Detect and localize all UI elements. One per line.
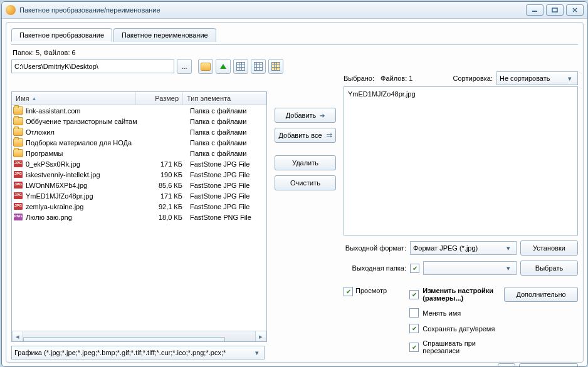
jpg-icon [14, 182, 23, 189]
close-button[interactable] [566, 4, 584, 16]
file-list[interactable]: Имя▲ Размер Тип элемента link-assistant.… [11, 91, 267, 342]
sort-value: Не сортировать [500, 75, 550, 82]
keepdate-label: Сохранять дату/время [423, 325, 495, 333]
table-row[interactable]: Подборка материалов для НОДаПапка с файл… [12, 137, 266, 148]
jpg-icon [14, 203, 23, 210]
png-icon [14, 214, 23, 220]
col-name[interactable]: Имя▲ [12, 92, 136, 105]
keepdate-checkbox[interactable]: ✔ [409, 324, 419, 333]
output-folder-combo[interactable]: ▾ [423, 261, 517, 275]
double-arrow-right-icon: ⮆ [326, 132, 332, 139]
file-name: Люлю заю.png [23, 214, 144, 221]
list-icon [254, 62, 263, 71]
file-name: YmED1MJfZo48pr.jpg [23, 192, 144, 200]
table-row[interactable]: ОтложилПапка с файлами [12, 127, 266, 137]
output-format-combo[interactable]: Формат JPEG (*.jpg) ▾ [410, 241, 517, 255]
start-button[interactable]: Старт [519, 363, 578, 367]
sort-asc-icon: ▲ [31, 96, 36, 101]
ask-checkbox[interactable]: ✔ [409, 343, 419, 352]
output-folder-checkbox[interactable]: ✔ [410, 264, 419, 273]
client-area: Пакетное преобразование Пакетное переиме… [6, 22, 584, 363]
remove-button[interactable]: Удалить [275, 155, 336, 170]
view-thumbs-button[interactable] [268, 59, 283, 74]
folder-icon [13, 128, 23, 136]
selected-file-name: YmED1MJfZo48pr.jpg [348, 90, 416, 98]
chevron-down-icon: ▾ [503, 264, 513, 272]
view-details-button[interactable] [233, 59, 248, 74]
browse-output-button[interactable]: Выбрать [520, 261, 578, 276]
preview-checkbox[interactable]: ✔ [344, 287, 353, 296]
jpg-icon [14, 171, 23, 178]
type-filter-value: Графика (*.jpg;*.jpe;*.jpeg;*.bmp;*.gif;… [14, 349, 226, 356]
table-row[interactable]: iskestvenniy-intellekt.jpg190 КБFastSton… [12, 169, 266, 180]
ask-option[interactable]: ✔ Спрашивать при перезаписи [409, 339, 498, 354]
table-row[interactable]: zemlya-ukraine.jpg92,1 КБFastStone JPG F… [12, 201, 266, 212]
view-list-button[interactable] [251, 59, 266, 74]
scroll-thumb[interactable] [23, 337, 225, 342]
chevron-down-icon: ▾ [253, 349, 261, 357]
keepdate-option[interactable]: ✔ Сохранять дату/время [409, 324, 498, 333]
ask-label: Спрашивать при перезаписи [423, 339, 498, 354]
folder-icon [201, 63, 211, 71]
folder-icon [13, 106, 23, 115]
rename-checkbox[interactable] [409, 308, 419, 318]
up-arrow-icon [220, 64, 226, 69]
transfer-buttons: Добавить➔ Добавить все⮆ Удалить Очистить [275, 108, 336, 190]
h-scrollbar[interactable]: ◂ ▸ [12, 331, 266, 341]
preview-label: Просмотр [355, 287, 387, 294]
table-row[interactable]: ПрограммыПапка с файлами [12, 148, 266, 158]
col-size[interactable]: Размер [136, 92, 183, 105]
table-row[interactable]: Люлю заю.png18,0 КБFastStone PNG File [12, 212, 266, 222]
thumbs-icon [271, 62, 280, 71]
table-row[interactable]: link-assistant.comПапка с файлами [12, 105, 266, 116]
file-type: FastStone JPG File [186, 160, 265, 168]
type-filter-combo[interactable]: Графика (*.jpg;*.jpe;*.jpeg;*.bmp;*.gif;… [11, 346, 265, 359]
scroll-left-button[interactable]: ◂ [12, 331, 23, 342]
tab-batch-rename[interactable]: Пакетное переименование [113, 28, 216, 42]
chevron-down-icon: ▾ [565, 75, 575, 83]
file-size: 190 КБ [144, 171, 186, 178]
advanced-button[interactable]: Дополнительно [504, 287, 578, 302]
selected-files-list[interactable]: YmED1MJfZo48pr.jpg [344, 86, 578, 235]
resize-option[interactable]: ✔ Изменить настройки (размеры...) [409, 287, 498, 302]
table-row[interactable]: 0_ekPSsx0Rk.jpg171 КБFastStone JPG File [12, 158, 266, 169]
resize-checkbox[interactable]: ✔ [409, 290, 419, 299]
file-size: 18,0 КБ [144, 214, 186, 221]
preview-tool-button[interactable] [498, 363, 515, 367]
add-button[interactable]: Добавить➔ [275, 108, 336, 123]
home-folder-button[interactable] [198, 59, 213, 74]
file-size: 92,1 КБ [144, 203, 186, 210]
selected-count: Файлов: 1 [381, 75, 412, 82]
titlebar: Пакетное преобразование/переименование [2, 2, 587, 19]
minimize-button[interactable] [526, 4, 543, 16]
clear-button[interactable]: Очистить [275, 175, 336, 190]
file-name: zemlya-ukraine.jpg [23, 203, 144, 210]
file-name: 0_ekPSsx0Rk.jpg [23, 160, 144, 168]
up-folder-button[interactable] [216, 59, 231, 74]
file-name: Оббучение транзисторным сайтам [23, 118, 144, 125]
file-type: Папка с файлами [186, 150, 265, 157]
col-type[interactable]: Тип элемента [183, 92, 266, 105]
file-name: Отложил [23, 128, 144, 136]
rename-option[interactable]: Менять имя [409, 308, 498, 318]
file-type: FastStone JPG File [186, 171, 265, 178]
file-type: FastStone JPG File [186, 182, 265, 189]
resize-label: Изменить настройки (размеры...) [423, 287, 498, 302]
sort-combo[interactable]: Не сортировать ▾ [496, 71, 578, 85]
scroll-right-button[interactable]: ▸ [255, 331, 266, 342]
ellipsis-icon: ... [181, 63, 187, 70]
maximize-button[interactable] [546, 4, 564, 16]
file-size: 85,6 КБ [144, 182, 186, 189]
file-size: 171 КБ [144, 192, 186, 200]
file-size: 171 КБ [144, 160, 186, 168]
browse-path-button[interactable]: ... [177, 59, 192, 74]
list-item[interactable]: YmED1MJfZo48pr.jpg [345, 88, 576, 99]
table-row[interactable]: YmED1MJfZo48pr.jpg171 КБFastStone JPG Fi… [12, 190, 266, 201]
tab-batch-convert[interactable]: Пакетное преобразование [11, 28, 112, 42]
format-settings-button[interactable]: Установки [520, 240, 578, 256]
table-row[interactable]: Оббучение транзисторным сайтамПапка с фа… [12, 116, 266, 127]
file-type: Папка с файлами [186, 128, 265, 136]
table-row[interactable]: LWOnNM6XPb4.jpg85,6 КБFastStone JPG File [12, 180, 266, 190]
path-input[interactable]: C:\Users\DmitriyK\Desktop\ [11, 59, 174, 73]
add-all-button[interactable]: Добавить все⮆ [275, 128, 336, 143]
